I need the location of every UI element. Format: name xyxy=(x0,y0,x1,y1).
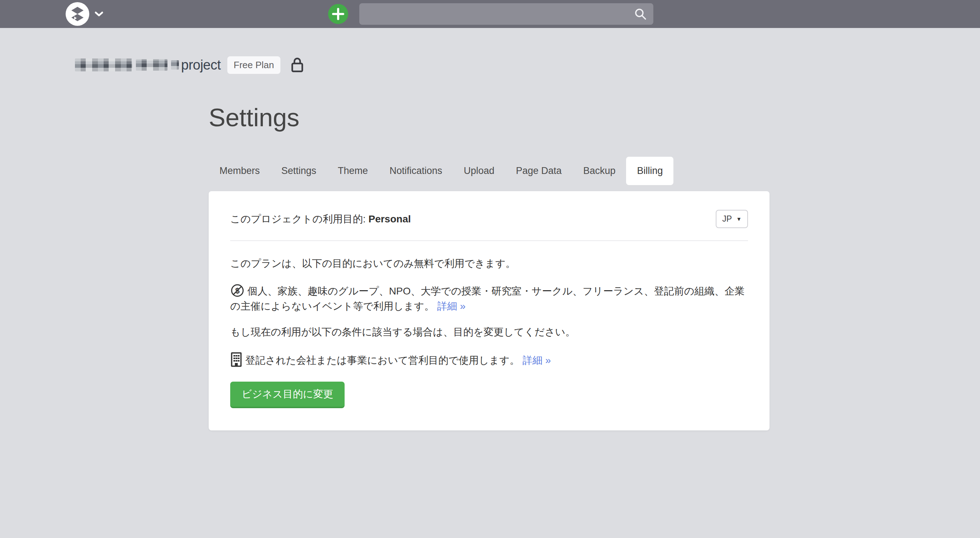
redacted-block xyxy=(75,59,132,72)
plan-intro-text: このプランは、以下の目的においてのみ無料で利用できます。 xyxy=(230,256,748,271)
search-input[interactable] xyxy=(359,3,653,25)
project-switcher[interactable] xyxy=(65,2,103,26)
purpose-label: このプロジェクトの利用目的: xyxy=(230,213,368,224)
business-detail-link[interactable]: 詳細 » xyxy=(522,355,551,366)
purpose-text: このプロジェクトの利用目的: Personal xyxy=(230,212,411,226)
page-title: Settings xyxy=(209,103,299,132)
project-name-suffix: project xyxy=(181,57,221,73)
lock-icon xyxy=(290,56,305,73)
chevron-down-icon[interactable] xyxy=(94,11,103,17)
personal-use-paragraph: $ 個人、家族、趣味のグループ、NPO、大学での授業・研究室・サークル、フリーラ… xyxy=(230,283,748,314)
divider xyxy=(230,240,748,241)
search-bar xyxy=(359,3,653,25)
building-icon xyxy=(230,352,242,367)
billing-panel: このプロジェクトの利用目的: Personal JP ▼ このプランは、以下の目… xyxy=(209,191,770,430)
tab-billing[interactable]: Billing xyxy=(626,157,673,185)
redacted-block xyxy=(136,59,167,71)
personal-detail-link[interactable]: 詳細 » xyxy=(437,301,465,312)
tab-backup[interactable]: Backup xyxy=(572,157,626,185)
tab-upload[interactable]: Upload xyxy=(453,157,505,185)
business-use-text: 登記された会社または事業において営利目的で使用します。 xyxy=(245,355,520,366)
business-use-paragraph: 登記された会社または事業において営利目的で使用します。 詳細 » xyxy=(230,352,748,368)
topbar xyxy=(0,0,980,28)
caret-down-icon: ▼ xyxy=(736,216,741,222)
no-money-icon: $ xyxy=(230,283,245,298)
tab-settings[interactable]: Settings xyxy=(271,157,328,185)
language-dropdown-label: JP xyxy=(722,214,732,224)
personal-use-text: 個人、家族、趣味のグループ、NPO、大学での授業・研究室・サークル、フリーランス… xyxy=(230,285,745,312)
tab-notifications[interactable]: Notifications xyxy=(379,157,453,185)
plan-badge: Free Plan xyxy=(228,56,281,74)
redacted-block xyxy=(171,60,179,70)
scrapbox-logo-glyph xyxy=(69,6,86,22)
purpose-value: Personal xyxy=(368,213,410,224)
language-dropdown[interactable]: JP ▼ xyxy=(716,210,748,228)
change-to-business-button[interactable]: ビジネス目的に変更 xyxy=(230,382,345,408)
condition-note-text: もし現在の利用が以下の条件に該当する場合は、目的を変更してください。 xyxy=(230,325,748,340)
tab-theme[interactable]: Theme xyxy=(327,157,379,185)
redacted-project-name xyxy=(75,59,179,72)
plus-icon xyxy=(332,8,344,20)
settings-tabs: Members Settings Theme Notifications Upl… xyxy=(209,157,673,185)
purpose-row: このプロジェクトの利用目的: Personal JP ▼ xyxy=(230,210,748,228)
tab-members[interactable]: Members xyxy=(209,157,271,185)
new-page-button[interactable] xyxy=(328,4,348,24)
tab-page-data[interactable]: Page Data xyxy=(505,157,573,185)
scrapbox-logo-icon[interactable] xyxy=(65,2,89,26)
project-header: project Free Plan xyxy=(75,54,305,76)
